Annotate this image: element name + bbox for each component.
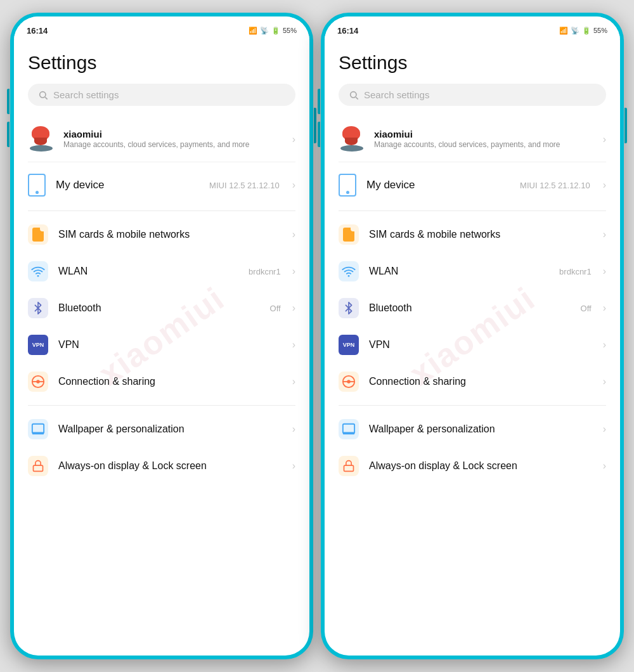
phone-2: xiaomiui 16:14 📶 📡 🔋 55% Settings xyxy=(321,13,624,659)
status-time-2: 16:14 xyxy=(337,26,358,36)
vpn-label-1: VPN xyxy=(58,339,282,351)
wallpaper-label-1: Wallpaper & personalization xyxy=(58,423,282,435)
wifi-icon-2: 📡 xyxy=(571,27,579,35)
svg-rect-6 xyxy=(34,465,43,471)
vol-up-button[interactable] xyxy=(7,89,10,114)
power-button[interactable] xyxy=(314,108,316,143)
screen-content-2: Settings Search settings xyxy=(325,39,620,656)
device-dot-1 xyxy=(36,191,39,194)
settings-item-wlan-2[interactable]: WLAN brdkcnr1 › xyxy=(339,253,606,290)
account-desc-1: Manage accounts, cloud services, payment… xyxy=(63,139,283,150)
phones-container: xiaomiui 16:14 📶 📡 🔋 55% Settings xyxy=(10,13,624,659)
connection-label-1: Connection & sharing xyxy=(58,376,282,387)
vpn-chevron-2: › xyxy=(603,339,606,351)
lock-svg-1 xyxy=(32,459,44,473)
settings-item-vpn-2[interactable]: VPN VPN › xyxy=(339,326,606,363)
section-divider-2 xyxy=(339,210,606,211)
vpn-text-2: VPN xyxy=(341,341,357,349)
vol-up-button-2[interactable] xyxy=(318,89,320,114)
bluetooth-icon-2 xyxy=(339,298,359,318)
search-placeholder-2: Search settings xyxy=(364,89,429,100)
settings-item-sim-1[interactable]: SIM cards & mobile networks › xyxy=(28,216,295,253)
phone-1: xiaomiui 16:14 📶 📡 🔋 55% Settings xyxy=(10,13,313,659)
account-info-2: xiaomiui Manage accounts, cloud services… xyxy=(374,129,594,150)
lock-icon-2 xyxy=(339,456,359,476)
vol-down-button-2[interactable] xyxy=(318,122,320,147)
account-row-1[interactable]: xiaomiui Manage accounts, cloud services… xyxy=(28,120,295,159)
vol-down-button[interactable] xyxy=(7,122,10,147)
avatar-base-2 xyxy=(340,145,363,152)
device-dot-2 xyxy=(346,191,349,194)
bluetooth-chevron-1: › xyxy=(292,302,295,314)
settings-item-bluetooth-1[interactable]: Bluetooth Off › xyxy=(28,290,295,326)
svg-line-1 xyxy=(45,97,47,99)
settings-item-wallpaper-2[interactable]: Wallpaper & personalization › xyxy=(339,411,606,448)
account-name-1: xiaomiui xyxy=(63,129,283,139)
settings-item-wlan-1[interactable]: WLAN brdkcnr1 › xyxy=(28,253,295,290)
battery-icon: 🔋 xyxy=(271,27,280,35)
status-icons-1: 📶 📡 🔋 55% xyxy=(249,27,297,35)
sim-shape-2 xyxy=(343,228,354,242)
page-title-2: Settings xyxy=(339,52,606,74)
sim-icon-2 xyxy=(339,224,359,245)
my-device-row-1[interactable]: My device MIUI 12.5 21.12.10 › xyxy=(28,165,295,205)
bluetooth-svg-2 xyxy=(342,301,355,315)
wallpaper-chevron-1: › xyxy=(292,423,295,435)
search-bar-2[interactable]: Search settings xyxy=(339,84,606,106)
wifi-svg-1 xyxy=(31,264,45,278)
settings-item-connection-2[interactable]: Connection & sharing › xyxy=(339,363,606,400)
svg-point-0 xyxy=(40,91,46,97)
screen-content-1: Settings Search settings xyxy=(14,39,309,656)
lock-label-1: Always-on display & Lock screen xyxy=(58,460,282,472)
wlan-chevron-2: › xyxy=(603,266,606,277)
wlan-icon-1 xyxy=(28,261,48,281)
section-divider-1b xyxy=(28,405,295,406)
bluetooth-icon-1 xyxy=(28,298,48,318)
svg-rect-11 xyxy=(343,424,354,434)
wlan-label-1: WLAN xyxy=(58,266,238,277)
status-time-1: 16:14 xyxy=(27,26,48,36)
device-icon-1 xyxy=(28,174,46,197)
wallpaper-svg-1 xyxy=(31,422,45,436)
vpn-text-1: VPN xyxy=(30,341,46,349)
phone-1-screen: xiaomiui 16:14 📶 📡 🔋 55% Settings xyxy=(14,16,309,656)
connection-icon-2 xyxy=(339,372,359,392)
my-device-row-2[interactable]: My device MIUI 12.5 21.12.10 › xyxy=(339,165,606,205)
svg-line-8 xyxy=(356,97,358,99)
settings-item-vpn-1[interactable]: VPN VPN › xyxy=(28,326,295,363)
bluetooth-value-2: Off xyxy=(581,304,592,313)
settings-item-wallpaper-1[interactable]: Wallpaper & personalization › xyxy=(28,411,295,448)
device-version-2: MIUI 12.5 21.12.10 xyxy=(520,181,590,190)
sim-chevron-2: › xyxy=(603,229,606,240)
settings-item-bluetooth-2[interactable]: Bluetooth Off › xyxy=(339,290,606,326)
wlan-icon-2 xyxy=(339,261,359,281)
settings-item-sim-2[interactable]: SIM cards & mobile networks › xyxy=(339,216,606,253)
svg-rect-5 xyxy=(32,432,44,435)
account-desc-2: Manage accounts, cloud services, payment… xyxy=(374,139,594,150)
connection-chevron-2: › xyxy=(603,376,606,387)
account-row-2[interactable]: xiaomiui Manage accounts, cloud services… xyxy=(339,120,606,159)
account-chevron-2: › xyxy=(603,134,606,145)
settings-item-lock-1[interactable]: Always-on display & Lock screen › xyxy=(28,448,295,484)
svg-rect-13 xyxy=(344,465,354,471)
search-bar-1[interactable]: Search settings xyxy=(28,84,295,106)
bluetooth-chevron-2: › xyxy=(603,302,606,314)
sim-label-1: SIM cards & mobile networks xyxy=(58,229,282,240)
vpn-icon-2: VPN xyxy=(339,335,359,355)
wallpaper-label-2: Wallpaper & personalization xyxy=(369,423,593,435)
battery-percent-1: 55% xyxy=(283,27,297,34)
lock-svg-2 xyxy=(342,459,355,473)
power-button-2[interactable] xyxy=(624,108,627,143)
bluetooth-svg-1 xyxy=(32,301,44,315)
wlan-value-1: brdkcnr1 xyxy=(249,267,281,276)
settings-item-connection-1[interactable]: Connection & sharing › xyxy=(28,363,295,400)
bluetooth-label-1: Bluetooth xyxy=(58,302,260,314)
connection-chevron-1: › xyxy=(292,376,295,387)
sim-icon-1 xyxy=(28,224,48,245)
wallpaper-chevron-2: › xyxy=(603,423,606,435)
search-icon-2 xyxy=(349,90,359,100)
connection-svg-2 xyxy=(342,375,356,389)
lock-chevron-1: › xyxy=(292,460,295,472)
settings-item-lock-2[interactable]: Always-on display & Lock screen › xyxy=(339,448,606,484)
section-divider-1 xyxy=(28,210,295,211)
